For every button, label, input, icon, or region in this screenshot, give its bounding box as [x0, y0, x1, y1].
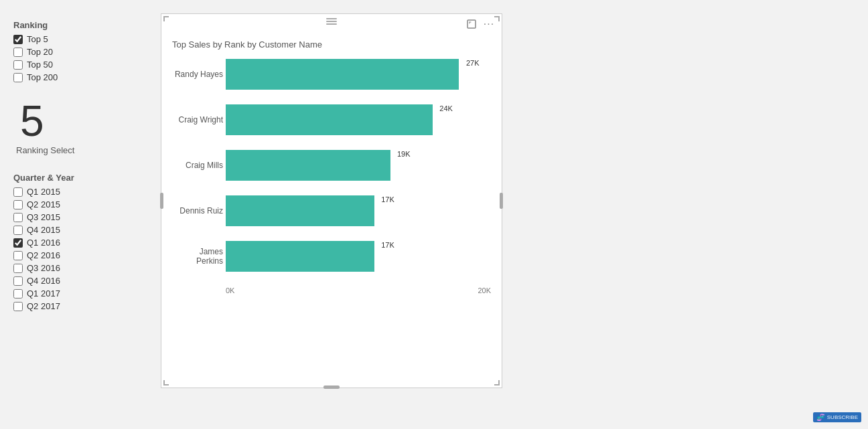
left-panel: Ranking Top 5Top 20Top 50Top 200 5 Ranki…: [13, 13, 141, 429]
chart-title: Top Sales by Rank by Customer Name: [172, 39, 491, 50]
svg-rect-0: [467, 20, 476, 28]
bar-label-1: Craig Wright: [172, 115, 223, 124]
ranking-item-top50: Top 50: [13, 60, 141, 70]
drag-dots-icon: [326, 18, 337, 25]
qy-item-q2_2017: Q2 2017: [13, 301, 141, 311]
expand-icon[interactable]: [465, 18, 478, 30]
checkbox-top20[interactable]: [13, 48, 23, 57]
ranking-select-label: Ranking Select: [16, 145, 74, 155]
bar-row: Craig Wright24K: [226, 104, 491, 135]
checkbox-q1_2016[interactable]: [13, 238, 23, 248]
bar-label-3: Dennis Ruiz: [172, 206, 223, 216]
page-wrapper: Ranking Top 5Top 20Top 50Top 200 5 Ranki…: [0, 0, 868, 429]
bar-label-4: James Perkins: [172, 247, 223, 266]
bar-value-3: 17K: [381, 195, 394, 203]
checkbox-q4_2016[interactable]: [13, 276, 23, 286]
checkbox-top50[interactable]: [13, 60, 23, 70]
bar-label-0: Randy Hayes: [172, 70, 223, 79]
qy-item-q1_2017: Q1 2017: [13, 288, 141, 298]
label-top50: Top 50: [27, 60, 53, 70]
resize-handle-tr[interactable]: [494, 16, 500, 21]
x-axis-tick-1: 20K: [478, 286, 491, 294]
checkbox-top200[interactable]: [13, 73, 23, 82]
checkbox-q2_2015[interactable]: [13, 200, 23, 209]
bar-fill-3: 17K: [226, 195, 374, 226]
quarter-year-label: Quarter & Year: [13, 173, 141, 183]
label-q3_2016: Q3 2016: [27, 263, 60, 273]
bar-track-0: 27K: [226, 59, 491, 90]
resize-handle-left[interactable]: [160, 193, 163, 209]
label-top5: Top 5: [27, 34, 48, 44]
bar-chart: Randy Hayes27KCraig Wright24KCraig Mills…: [172, 59, 491, 272]
resize-handle-right[interactable]: [500, 193, 503, 209]
label-top200: Top 200: [27, 72, 58, 82]
chart-panel: ··· Top Sales by Rank by Customer Name R…: [161, 13, 868, 429]
qy-item-q2_2015: Q2 2015: [13, 199, 141, 209]
bar-fill-1: 24K: [226, 104, 433, 135]
checkbox-q3_2015[interactable]: [13, 213, 23, 222]
checkbox-q2_2016[interactable]: [13, 251, 23, 260]
qy-item-q2_2016: Q2 2016: [13, 250, 141, 260]
bar-fill-4: 17K: [226, 241, 374, 272]
resize-handle-bl[interactable]: [163, 380, 169, 385]
qy-item-q1_2016: Q1 2016: [13, 238, 141, 248]
resize-handle-bottom[interactable]: [323, 385, 340, 389]
subscribe-icon: 🧬: [816, 414, 824, 421]
subscribe-label: SUBSCRIBE: [827, 414, 858, 420]
qy-item-q1_2015: Q1 2015: [13, 187, 141, 197]
ranking-section: Ranking Top 5Top 20Top 50Top 200: [13, 20, 141, 93]
ranking-item-top5: Top 5: [13, 34, 141, 44]
qy-item-q4_2015: Q4 2015: [13, 225, 141, 235]
label-q4_2015: Q4 2015: [27, 225, 60, 235]
label-q1_2015: Q1 2015: [27, 187, 60, 197]
chart-top-right-actions: ···: [465, 18, 495, 30]
qy-item-q3_2016: Q3 2016: [13, 263, 141, 273]
more-options-icon[interactable]: ···: [483, 18, 495, 30]
checkbox-q3_2016[interactable]: [13, 264, 23, 273]
ranking-label: Ranking: [13, 20, 141, 30]
label-q3_2015: Q3 2015: [27, 212, 60, 222]
bar-track-4: 17K: [226, 241, 491, 272]
chart-container: ··· Top Sales by Rank by Customer Name R…: [161, 13, 502, 388]
bar-fill-2: 19K: [226, 150, 390, 181]
checkbox-q1_2015[interactable]: [13, 187, 23, 197]
ranking-item-top200: Top 200: [13, 72, 141, 82]
label-q2_2015: Q2 2015: [27, 199, 60, 209]
qy-item-q4_2016: Q4 2016: [13, 276, 141, 286]
label-q4_2016: Q4 2016: [27, 276, 60, 286]
label-q1_2017: Q1 2017: [27, 288, 60, 298]
quarter-year-section: Quarter & Year Q1 2015Q2 2015Q3 2015Q4 2…: [13, 173, 141, 322]
bar-row: Randy Hayes27K: [226, 59, 491, 90]
label-q1_2016: Q1 2016: [27, 238, 60, 248]
bar-value-0: 27K: [466, 59, 480, 67]
checkbox-top5[interactable]: [13, 35, 23, 44]
checkbox-q2_2017[interactable]: [13, 302, 23, 311]
bar-track-1: 24K: [226, 104, 491, 135]
bar-fill-0: 27K: [226, 59, 459, 90]
ranking-select-number: 5: [20, 100, 44, 143]
chart-drag-handle[interactable]: [326, 18, 337, 25]
label-top20: Top 20: [27, 47, 53, 57]
x-axis-tick-0: 0K: [226, 286, 234, 294]
bar-label-2: Craig Mills: [172, 161, 223, 170]
resize-handle-tl[interactable]: [163, 16, 169, 21]
bar-track-2: 19K: [226, 150, 491, 181]
bar-row: Craig Mills19K: [226, 150, 491, 181]
bar-value-2: 19K: [397, 150, 411, 158]
bar-value-1: 24K: [439, 104, 453, 112]
label-q2_2016: Q2 2016: [27, 250, 60, 260]
qy-item-q3_2015: Q3 2015: [13, 212, 141, 222]
ranking-item-top20: Top 20: [13, 47, 141, 57]
resize-handle-br[interactable]: [494, 380, 500, 385]
bar-row: James Perkins17K: [226, 241, 491, 272]
checkbox-q1_2017[interactable]: [13, 289, 23, 298]
label-q2_2017: Q2 2017: [27, 301, 60, 311]
bar-track-3: 17K: [226, 195, 491, 226]
bar-row: Dennis Ruiz17K: [226, 195, 491, 226]
subscribe-badge[interactable]: 🧬 SUBSCRIBE: [813, 412, 861, 422]
x-axis-labels: 0K20K: [172, 286, 491, 294]
quarter-year-checkbox-list: Q1 2015Q2 2015Q3 2015Q4 2015Q1 2016Q2 20…: [13, 187, 141, 311]
ranking-checkbox-list: Top 5Top 20Top 50Top 200: [13, 34, 141, 82]
checkbox-q4_2015[interactable]: [13, 226, 23, 235]
ranking-select-section: 5 Ranking Select: [13, 100, 141, 155]
